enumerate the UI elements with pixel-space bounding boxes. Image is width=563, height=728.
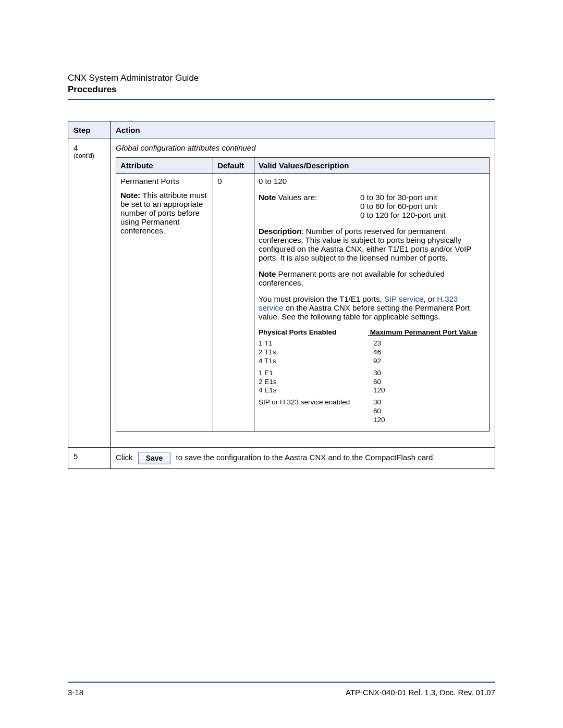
step5-pre: Click bbox=[116, 453, 133, 462]
provision-block: You must provision the T1/E1 ports, SIP … bbox=[259, 294, 485, 321]
note2-text: Permanent ports are not available for sc… bbox=[259, 269, 445, 287]
mini-left: 2 T1s bbox=[259, 348, 373, 357]
mini-right: 120 bbox=[373, 386, 485, 395]
desc-header: Valid Values/Description bbox=[254, 158, 489, 174]
sip-service-link[interactable]: SIP service bbox=[384, 294, 424, 303]
attribute-note: Note: This attribute must be set to an a… bbox=[120, 191, 209, 235]
value-range: 0 to 120 bbox=[259, 177, 485, 186]
page-footer: 3-18 ATP-CNX-040-01 Rel. 1.3, Doc. Rev. … bbox=[68, 682, 495, 697]
desc-label: Description bbox=[259, 227, 302, 236]
section-title: Procedures bbox=[68, 84, 495, 95]
mini-left bbox=[259, 407, 373, 416]
value-line: 0 to 60 for 60-port unit bbox=[360, 202, 485, 211]
doc-title: CNX System Administrator Guide bbox=[68, 73, 495, 83]
step-contd: (cont'd) bbox=[74, 152, 105, 159]
action-cell: Click Save to save the configuration to … bbox=[111, 447, 495, 468]
note-label: Note: bbox=[120, 191, 140, 200]
note-lead: Values are: bbox=[276, 193, 317, 202]
mini-right: 23 bbox=[373, 339, 485, 348]
attr-header: Attribute bbox=[116, 158, 213, 174]
mini-left: 1 E1 bbox=[259, 369, 373, 378]
step-number: 5 bbox=[74, 452, 78, 461]
mini-left: 4 T1s bbox=[259, 357, 373, 366]
table-row: 5 Click Save to save the configuration t… bbox=[68, 447, 495, 468]
mini-header-left: Physical Ports Enabled bbox=[259, 328, 368, 336]
description-block: Description: Number of ports reserved fo… bbox=[259, 227, 485, 262]
col-step-header: Step bbox=[68, 121, 111, 139]
col-action-header: Action bbox=[111, 121, 495, 139]
mini-left: SIP or H.323 service enabled bbox=[259, 398, 373, 407]
save-button[interactable]: Save bbox=[138, 452, 171, 464]
page-header: CNX System Administrator Guide Procedure… bbox=[68, 73, 495, 100]
attribute-cell: Permanent Ports Note: This attribute mus… bbox=[116, 174, 213, 431]
mini-right: 30 bbox=[373, 398, 485, 407]
mini-header-right: Maximum Permanent Port Value bbox=[370, 328, 478, 336]
table-row: Permanent Ports Note: This attribute mus… bbox=[116, 174, 489, 431]
mini-right: 92 bbox=[373, 357, 485, 366]
mini-left: 4 E1s bbox=[259, 386, 373, 395]
mini-table-group-e1: 1 E1 30 2 E1s 60 4 E1s 120 bbox=[259, 369, 485, 396]
default-header: Default bbox=[213, 158, 254, 174]
attribute-name: Permanent Ports bbox=[120, 177, 209, 186]
mini-table-group-t1: 1 T1 23 2 T1s 46 4 T1s 92 bbox=[259, 339, 485, 366]
doc-id: ATP-CNX-040-01 Rel. 1.3, Doc. Rev. 01.07 bbox=[346, 688, 495, 697]
default-cell: 0 bbox=[213, 174, 254, 431]
document-page: CNX System Administrator Guide Procedure… bbox=[0, 0, 563, 728]
step5-post: to save the configuration to the Aastra … bbox=[176, 453, 435, 462]
step-cell: 5 bbox=[68, 447, 111, 468]
mini-left: 1 T1 bbox=[259, 339, 373, 348]
mini-table-header: Physical Ports Enabled Maximum Permanent… bbox=[259, 328, 485, 336]
step-number: 4 bbox=[74, 143, 105, 152]
provision-mid: , or bbox=[423, 294, 437, 303]
step-cell: 4 (cont'd) bbox=[68, 139, 111, 448]
procedure-table: Step Action 4 (cont'd) Global configurat… bbox=[68, 121, 495, 469]
mini-right: 60 bbox=[373, 378, 485, 387]
values-note: Note Values are: 0 to 30 for 30-port uni… bbox=[259, 193, 485, 219]
value-line: 0 to 120 for 120-port unit bbox=[360, 211, 485, 219]
mini-table-group-sip: SIP or H.323 service enabled 30 60 120 bbox=[259, 398, 485, 425]
description-cell: 0 to 120 Note Values are: 0 to 30 for 30… bbox=[254, 174, 489, 431]
action-cell: Global configuration attributes continue… bbox=[111, 139, 495, 448]
mini-left bbox=[259, 416, 373, 425]
action-subtitle: Global configuration attributes continue… bbox=[116, 143, 489, 152]
table-row: 4 (cont'd) Global configuration attribut… bbox=[68, 139, 495, 448]
attributes-table: Attribute Default Valid Values/Descripti… bbox=[116, 157, 489, 431]
provision-pre: You must provision the T1/E1 ports, bbox=[259, 294, 384, 303]
mini-right: 120 bbox=[373, 416, 485, 425]
page-number: 3-18 bbox=[68, 688, 83, 697]
value-line: 0 to 30 for 30-port unit bbox=[360, 193, 485, 202]
mini-right: 30 bbox=[373, 369, 485, 378]
header-rule bbox=[68, 99, 495, 100]
mini-right: 60 bbox=[373, 407, 485, 416]
note-label: Note bbox=[259, 193, 276, 202]
note2-block: Note Permanent ports are not available f… bbox=[259, 269, 485, 287]
note-label: Note bbox=[259, 269, 276, 278]
footer-rule bbox=[68, 682, 495, 683]
mini-left: 2 E1s bbox=[259, 378, 373, 387]
provision-post: on the Aastra CNX before setting the Per… bbox=[259, 303, 470, 321]
mini-right: 46 bbox=[373, 348, 485, 357]
